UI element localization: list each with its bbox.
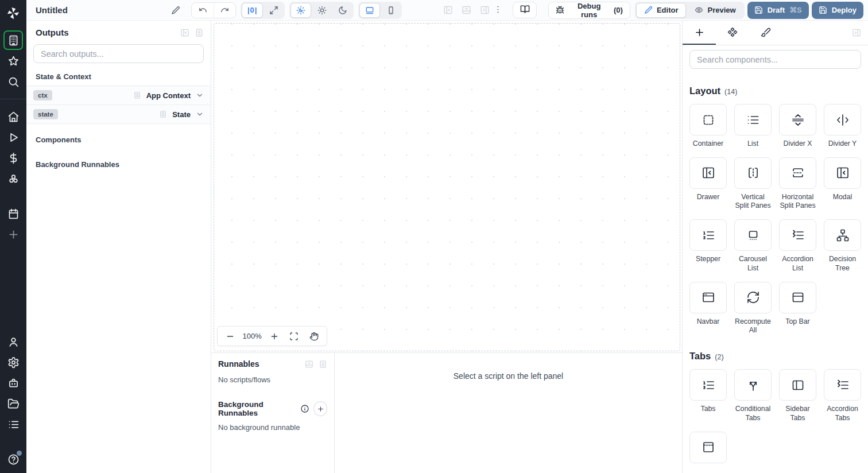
collapse-outputs-button[interactable]: [180, 28, 189, 37]
component-conditional-tabs[interactable]: [734, 369, 772, 401]
sidebar-item-star[interactable]: [3, 51, 23, 71]
sidebar-item-plus[interactable]: [3, 224, 23, 244]
editor-mode-button[interactable]: Editor: [636, 3, 687, 18]
sidebar-item-dollar[interactable]: [3, 148, 23, 168]
sidebar-item-calendar[interactable]: [3, 204, 23, 223]
sidebar-item-user[interactable]: [3, 332, 23, 351]
output-row-ctx[interactable]: ctxApp Context: [26, 86, 211, 105]
debug-runs-button[interactable]: Debug runs (0): [548, 2, 630, 19]
component-cell: Decision Tree: [824, 219, 861, 273]
sidebar-item-list[interactable]: [3, 414, 23, 434]
rename-app-button[interactable]: [168, 3, 183, 18]
reset-zoom-button[interactable]: |0|: [242, 3, 264, 18]
component-recompute-all[interactable]: [734, 282, 772, 313]
list-ordered-icon: [702, 378, 715, 392]
component-tabs[interactable]: [689, 369, 727, 401]
sidebar-item-help[interactable]: [3, 449, 23, 469]
expand-outputs-button[interactable]: [195, 28, 204, 37]
outputs-panel: Outputs State & Context ctxApp Contextst…: [26, 21, 211, 473]
mobile-view-button[interactable]: [381, 3, 401, 18]
sidebar-item-search[interactable]: [3, 72, 23, 91]
component-modal[interactable]: [824, 157, 861, 189]
draft-button[interactable]: Draft ⌘S: [747, 2, 809, 19]
sidebar-item-folder[interactable]: [3, 394, 23, 413]
state-context-header: State & Context: [26, 69, 211, 86]
pan-tool-button[interactable]: [307, 329, 321, 344]
component-horizontal-split-panes[interactable]: [779, 157, 816, 189]
sidebar-item-play[interactable]: [3, 127, 23, 147]
tab-styling[interactable]: [749, 21, 782, 45]
component-vertical-split-panes[interactable]: [734, 157, 772, 189]
collapse-panel-button[interactable]: [852, 28, 861, 37]
toggle-left-panel-button[interactable]: [443, 5, 453, 15]
file-lines-icon: [319, 360, 327, 369]
toggle-bottom-panel-button[interactable]: [462, 5, 471, 15]
app-title: Untitled: [36, 5, 168, 15]
component-label: Recompute All: [734, 317, 772, 335]
component-cell: Sidebar Tabs: [779, 369, 816, 422]
component-label: Top Bar: [785, 317, 809, 327]
component-label: Decision Tree: [824, 255, 861, 273]
component-carousel-list[interactable]: [734, 219, 772, 251]
eye-icon: [695, 6, 703, 14]
fit-view-button[interactable]: [286, 329, 301, 344]
tab-insert-component[interactable]: [683, 21, 716, 45]
canvas-area[interactable]: 100%: [211, 21, 682, 352]
app-canvas[interactable]: [214, 23, 680, 351]
sidebar-item-hub[interactable]: [3, 169, 23, 188]
docs-button[interactable]: [513, 2, 537, 18]
preview-label: Preview: [707, 6, 735, 14]
accordion-icon: [836, 378, 850, 392]
component-cell: Conditional Tabs: [734, 369, 772, 422]
component-navbar[interactable]: [689, 282, 727, 313]
more-menu-button[interactable]: [490, 2, 506, 18]
component-divider-x[interactable]: [779, 104, 816, 135]
expand-canvas-button[interactable]: [264, 3, 284, 18]
tab-component-settings[interactable]: [716, 21, 749, 45]
search-components-input[interactable]: [689, 50, 861, 69]
preview-mode-button[interactable]: Preview: [687, 3, 743, 18]
undo-button[interactable]: [192, 3, 214, 18]
component-drawer[interactable]: [689, 157, 727, 189]
list-icon: [7, 418, 20, 431]
output-row-state[interactable]: stateState: [26, 105, 211, 124]
component-list[interactable]: [734, 104, 772, 135]
search-outputs-input[interactable]: [33, 44, 204, 63]
history-group: [191, 2, 236, 18]
component-stepper[interactable]: [689, 219, 727, 251]
canvas-view-group: |0|: [241, 2, 285, 19]
theme-auto-button[interactable]: [290, 3, 311, 18]
zoom-out-button[interactable]: [223, 329, 238, 344]
sidebar-item-home[interactable]: [3, 107, 23, 126]
sidebar-item-building[interactable]: [3, 30, 23, 50]
component-accordion-list[interactable]: [779, 219, 816, 251]
components-header: Components: [26, 124, 211, 149]
desktop-view-button[interactable]: [359, 3, 380, 18]
theme-light-button[interactable]: [312, 3, 332, 18]
theme-dark-button[interactable]: [333, 3, 352, 18]
component-top-bar[interactable]: [779, 282, 816, 313]
component-dashed-top-tabs[interactable]: [689, 432, 727, 463]
save-icon: [754, 6, 763, 14]
windmill-logo[interactable]: [6, 6, 21, 21]
dashed-top-tabs-icon: [702, 440, 715, 454]
paintbrush-icon: [761, 27, 771, 37]
collapse-runnables-button[interactable]: [305, 360, 313, 369]
deploy-button[interactable]: Deploy: [812, 2, 863, 19]
component-accordion-tabs[interactable]: [824, 369, 861, 401]
component-divider-y[interactable]: [824, 104, 861, 135]
sidebar-item-bot[interactable]: [3, 373, 23, 393]
component-decision-tree[interactable]: [824, 219, 861, 251]
zoom-in-button[interactable]: [267, 329, 282, 344]
toggle-right-panel-button[interactable]: [480, 5, 490, 15]
folder-icon: [7, 398, 20, 410]
add-background-runnable-button[interactable]: [313, 401, 327, 416]
component-cell: Carousel List: [734, 219, 772, 273]
component-sidebar-tabs[interactable]: [779, 369, 816, 401]
sidebar-item-gear[interactable]: [3, 352, 23, 372]
zero-width-label: |0|: [247, 6, 258, 14]
component-icon: [727, 27, 738, 37]
component-container[interactable]: [689, 104, 727, 135]
redo-button[interactable]: [214, 3, 235, 18]
expand-runnables-button[interactable]: [319, 360, 327, 369]
